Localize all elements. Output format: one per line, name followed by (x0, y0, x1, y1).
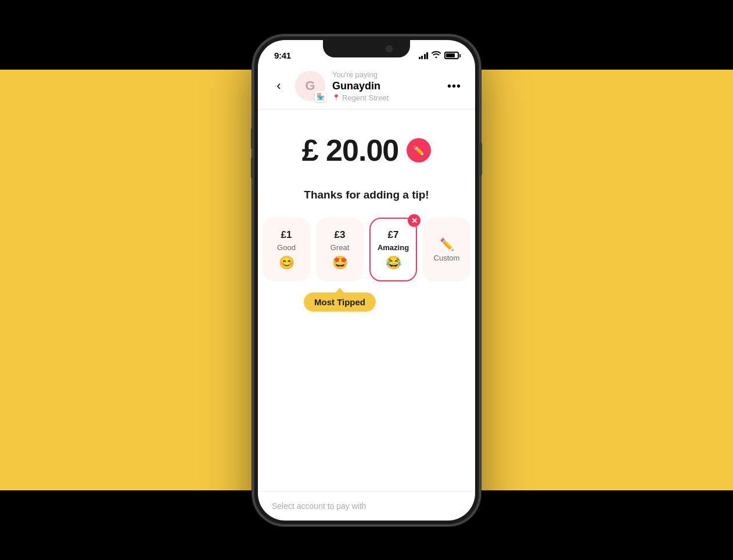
signal-icon (419, 52, 429, 59)
tip-options-row: £1 Good 😊 £3 Great 🤩 Most Tipped (263, 218, 470, 281)
notch (323, 40, 410, 57)
tip-options-container: £1 Good 😊 £3 Great 🤩 Most Tipped (263, 218, 470, 281)
tip-amount-3: £3 (335, 229, 346, 241)
paying-label: You're paying (332, 70, 438, 79)
front-camera (386, 45, 393, 52)
payment-header: ‹ G 🏪 You're paying Gunaydin 📍 Regent St… (258, 66, 475, 110)
tip-amount-7: £7 (388, 229, 399, 241)
tip-message: Thanks for adding a tip! (304, 189, 429, 201)
tip-emoji-amazing: 😂 (386, 255, 401, 270)
amount-row: £ 20.00 ✏️ (302, 133, 432, 168)
back-button[interactable]: ‹ (270, 77, 288, 95)
pencil-icon: ✏️ (413, 145, 425, 156)
tip-label-custom: Custom (434, 254, 460, 262)
remove-tip-button[interactable]: ✕ (408, 214, 421, 227)
phone-screen: 9:41 (258, 40, 475, 521)
main-content: £ 20.00 ✏️ Thanks for adding a tip! £1 G… (258, 110, 475, 490)
merchant-avatar: G 🏪 (295, 71, 325, 101)
tip-amount-1: £1 (281, 229, 292, 241)
tip-option-custom[interactable]: ✏️ Custom (423, 218, 470, 281)
most-tipped-badge: Most Tipped (304, 292, 376, 312)
tip-label-great: Great (330, 243, 350, 252)
status-icons (419, 51, 459, 60)
tip-label-amazing: Amazing (378, 243, 409, 252)
footer: Select account to pay with (258, 491, 475, 521)
wifi-icon (432, 51, 441, 60)
edit-amount-button[interactable]: ✏️ (407, 138, 431, 162)
battery-icon (444, 52, 459, 59)
phone-frame: 9:41 (253, 35, 480, 525)
merchant-info: You're paying Gunaydin 📍 Regent Street (332, 70, 438, 103)
merchant-location: 📍 Regent Street (332, 93, 438, 102)
merchant-name: Gunaydin (332, 80, 438, 93)
tip-emoji-great: 🤩 (332, 255, 348, 270)
payment-amount: £ 20.00 (302, 133, 399, 168)
select-account-label: Select account to pay with (272, 501, 366, 511)
volume-down-button (251, 157, 253, 178)
status-time: 9:41 (274, 50, 291, 60)
custom-pen-icon: ✏️ (440, 237, 454, 251)
more-dots-icon: ••• (447, 80, 461, 93)
tip-option-amazing[interactable]: ✕ £7 Amazing 😂 (369, 218, 417, 281)
more-options-button[interactable]: ••• (445, 77, 463, 95)
tip-label-good: Good (277, 243, 296, 252)
tip-option-good[interactable]: £1 Good 😊 (263, 218, 310, 281)
tip-emoji-good: 😊 (279, 255, 294, 270)
merchant-store-badge: 🏪 (315, 91, 326, 102)
tip-option-great[interactable]: £3 Great 🤩 (316, 218, 364, 281)
back-chevron-icon: ‹ (276, 78, 281, 93)
power-button (480, 143, 482, 175)
tip-option-great-wrapper: £3 Great 🤩 Most Tipped (316, 218, 364, 281)
volume-up-button (251, 128, 253, 149)
location-pin-icon: 📍 (332, 94, 340, 102)
